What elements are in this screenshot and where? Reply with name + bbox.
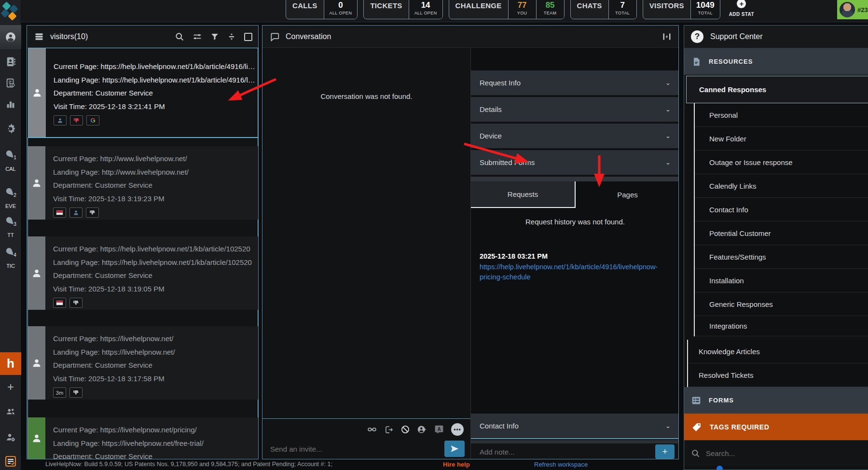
conversation-empty-message: Conversation was not found. xyxy=(262,92,470,100)
visitor-card[interactable]: Current Page: https://help.livehelpnow.n… xyxy=(28,236,258,310)
section-device[interactable]: Device⌄ xyxy=(471,124,679,149)
svg-text:A: A xyxy=(437,427,441,432)
tags-required-banner[interactable]: TAGS REQUIRED xyxy=(684,414,868,440)
sidebar-item-reports[interactable] xyxy=(0,94,21,115)
collapse-rows-icon[interactable] xyxy=(227,32,236,41)
folder-item[interactable]: New Folder xyxy=(695,127,868,151)
forms-section[interactable]: FORMS xyxy=(684,387,868,414)
bar-chart-icon xyxy=(6,99,15,109)
checklist-icon xyxy=(5,456,16,467)
workspace-tile[interactable]: h xyxy=(0,352,21,375)
section-details[interactable]: Details⌄ xyxy=(471,97,679,123)
note-input[interactable] xyxy=(480,448,655,456)
visitors-panel: visitors(10) Current Page: https://help.… xyxy=(27,25,259,459)
block-icon[interactable] xyxy=(400,425,410,434)
stat-unit: ALL OPEN xyxy=(330,11,352,15)
resources-label: RESOURCES xyxy=(709,58,753,65)
user-status-badge[interactable]: #23 xyxy=(837,0,868,19)
folder-item[interactable]: Calendly Links xyxy=(695,174,868,198)
section-contact-info[interactable]: Contact Info⌄ xyxy=(471,414,679,439)
sidebar-item-admin[interactable] xyxy=(0,429,21,446)
assign-agent-icon[interactable] xyxy=(417,425,427,434)
stat-unit: TOTAL xyxy=(698,11,713,15)
visitor-card[interactable]: Current Page: https://livehelpnow.net/pr… xyxy=(28,417,258,459)
support-search-input[interactable] xyxy=(706,449,862,457)
add-note-button[interactable]: + xyxy=(655,444,675,459)
folder-item[interactable]: Integrations xyxy=(695,316,868,336)
columns-settings-icon[interactable] xyxy=(193,32,202,41)
visitor-card[interactable]: Current Page: https://help.livehelpnow.n… xyxy=(28,48,258,138)
folder-item[interactable]: Contact Info xyxy=(695,198,868,221)
stat-label: CALLS xyxy=(286,0,324,19)
sidebar-item-agents[interactable] xyxy=(0,25,21,49)
translate-icon[interactable]: A xyxy=(434,425,444,434)
stat-visitors[interactable]: VISITORS 1049 TOTAL xyxy=(643,0,720,19)
add-stat-button[interactable]: + ADD STAT xyxy=(729,0,754,17)
select-all-checkbox[interactable] xyxy=(244,33,252,41)
sidebar-item-surveys[interactable] xyxy=(0,453,21,470)
tags-required-label: TAGS REQUIRED xyxy=(710,423,769,431)
history-content: Request history was not found. 2025-12-1… xyxy=(471,208,679,391)
landing-page: Landing Page: https://help.livehelpnow.n… xyxy=(54,73,255,87)
send-invite-button[interactable] xyxy=(444,441,465,457)
stat-label: CHATS xyxy=(571,0,608,19)
folder-item[interactable]: Personal xyxy=(695,103,868,127)
section-submitted-forms[interactable]: Submitted Forms⌄ xyxy=(471,150,679,176)
invite-input[interactable] xyxy=(270,445,444,453)
stat-value: 14 xyxy=(421,1,430,10)
canned-responses-item[interactable]: Canned Responses xyxy=(686,76,868,103)
folder-item[interactable]: Potential Customer xyxy=(695,221,868,245)
sidebar-item-contacts[interactable] xyxy=(0,51,21,72)
person-icon xyxy=(31,358,42,368)
stat-tickets[interactable]: TICKETS 14 ALL OPEN xyxy=(363,0,442,19)
folder-item[interactable]: Generic Responses xyxy=(695,292,868,316)
sidebar-pin-label: TT xyxy=(0,232,21,238)
person-icon xyxy=(31,268,42,278)
stat-unit: YOU xyxy=(517,11,527,15)
sidebar-item-settings[interactable] xyxy=(0,118,21,140)
copy-link-icon[interactable] xyxy=(367,425,377,434)
visitor-card[interactable]: Current Page: http://www.livehelpnow.net… xyxy=(28,146,258,220)
transfer-icon[interactable] xyxy=(384,425,393,434)
section-request-info[interactable]: Request Info⌄ xyxy=(471,70,679,96)
sidebar-pin-calendar[interactable]: 1 xyxy=(0,145,21,164)
resource-item[interactable]: Knowledge Articles xyxy=(688,340,868,363)
person-gear-icon xyxy=(5,432,16,442)
chevron-down-icon: ⌄ xyxy=(665,79,671,86)
livehelpnow-logo-icon[interactable] xyxy=(0,0,21,22)
department: Department: Customer Service xyxy=(53,359,253,372)
panel-split-icon[interactable] xyxy=(662,32,672,41)
search-icon[interactable] xyxy=(175,32,184,41)
sidebar-pin-events[interactable]: 2 xyxy=(0,182,21,202)
stat-challenge[interactable]: CHALLENGE 77 YOU 85 TEAM xyxy=(449,0,565,19)
status-bar: LiveHelpNow: Build 5.9.0.59; US Patents … xyxy=(21,461,868,470)
refresh-workspace-link[interactable]: Refresh workspace xyxy=(534,461,588,468)
note-input-row: + xyxy=(471,443,679,459)
history-entry-link[interactable]: https://help.livehelpnow.net/1/kb/articl… xyxy=(480,262,671,282)
add-workspace-button[interactable]: + xyxy=(0,379,21,395)
folder-item[interactable]: Installation xyxy=(695,269,868,292)
sidebar-item-team[interactable] xyxy=(0,403,21,420)
section-label: Details xyxy=(480,105,502,113)
sidebar-pin-tt[interactable]: 3 xyxy=(0,211,21,231)
folder-item[interactable]: Features/Settings xyxy=(695,245,868,269)
resource-item[interactable]: Resolved Tickets xyxy=(688,363,868,387)
tab-pages[interactable]: Pages xyxy=(576,181,679,208)
folder-item[interactable]: Outage or Issue response xyxy=(695,151,868,174)
visitor-card[interactable]: Current Page: https://livehelpnow.net/ L… xyxy=(28,326,258,400)
stat-value: 1049 xyxy=(696,1,715,10)
current-page: Current Page: https://help.livehelpnow.n… xyxy=(53,242,253,256)
stat-label: TICKETS xyxy=(364,0,408,19)
sidebar-pin-tickets[interactable]: 4 xyxy=(0,242,21,262)
more-actions-icon[interactable]: ••• xyxy=(451,423,464,436)
hire-help-link[interactable]: Hire help xyxy=(443,461,470,468)
filter-icon[interactable] xyxy=(210,32,219,41)
tab-requests[interactable]: Requests xyxy=(471,181,576,208)
section-label: Submitted Forms xyxy=(480,158,535,166)
resources-section[interactable]: RESOURCES xyxy=(684,48,868,75)
current-page: Current Page: https://livehelpnow.net/pr… xyxy=(53,423,253,437)
sidebar-item-monitor[interactable] xyxy=(0,72,21,94)
person-icon xyxy=(32,87,42,98)
stat-chats[interactable]: CHATS 7 TOTAL xyxy=(570,0,637,19)
stat-calls[interactable]: CALLS 0 ALL OPEN xyxy=(286,0,358,19)
